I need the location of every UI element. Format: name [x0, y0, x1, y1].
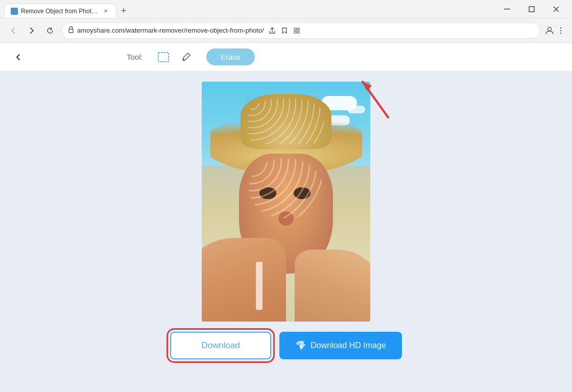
maximize-button[interactable] — [520, 1, 543, 17]
tab-favicon — [11, 8, 18, 15]
action-area: Download 💎 Download HD Image — [170, 332, 402, 359]
address-bar[interactable]: amoyshare.com/watermark-remover/remove-o… — [61, 22, 540, 39]
brush-tool[interactable] — [178, 49, 194, 65]
new-tab-button[interactable]: + — [116, 4, 131, 18]
close-button[interactable] — [544, 1, 568, 17]
toolbar-right — [544, 26, 566, 36]
browser-titlebar: Remove Object from Photo Onli... ✕ + — [0, 0, 572, 18]
hat-shadow-dapple — [249, 158, 323, 218]
app-toolbar: Tool: Erase — [0, 43, 572, 71]
bookmark-icon[interactable] — [279, 26, 290, 36]
share-icon[interactable] — [267, 26, 277, 36]
svg-rect-8 — [297, 31, 299, 33]
extension-icon[interactable] — [292, 26, 302, 36]
address-bar-actions — [267, 26, 302, 36]
app-back-button[interactable] — [10, 49, 27, 65]
shoulder-right — [295, 250, 371, 322]
tab-close-button[interactable]: ✕ — [102, 7, 110, 15]
svg-rect-4 — [69, 29, 73, 33]
svg-rect-13 — [158, 53, 169, 62]
swimsuit-strap — [256, 262, 263, 310]
minimize-button[interactable] — [495, 1, 519, 17]
address-url: amoyshare.com/watermark-remover/remove-o… — [77, 27, 264, 34]
tool-label: Tool: — [127, 53, 143, 61]
main-content: Download 💎 Download HD Image — [0, 71, 572, 392]
forward-button[interactable] — [25, 23, 39, 38]
menu-icon[interactable] — [556, 26, 566, 36]
lock-icon — [68, 26, 74, 35]
active-tab[interactable]: Remove Object from Photo Onli... ✕ — [4, 4, 116, 18]
tool-icons — [155, 49, 194, 65]
svg-rect-7 — [294, 31, 296, 33]
erase-button[interactable]: Erase — [206, 48, 255, 65]
gem-icon: 💎 — [295, 340, 306, 351]
svg-point-10 — [560, 27, 561, 28]
back-button[interactable] — [6, 23, 20, 38]
download-button[interactable]: Download — [170, 332, 271, 359]
refresh-button[interactable] — [43, 23, 57, 38]
photo-display — [202, 82, 370, 322]
download-btn-wrapper: Download — [170, 332, 271, 359]
rectangle-select-tool[interactable] — [155, 49, 172, 65]
browser-tabs: Remove Object from Photo Onli... ✕ + — [4, 0, 495, 18]
svg-point-11 — [560, 30, 561, 31]
download-hd-label: Download HD Image — [311, 341, 386, 350]
svg-rect-1 — [529, 7, 534, 12]
download-hd-button[interactable]: 💎 Download HD Image — [279, 332, 402, 359]
hat-pattern — [248, 99, 324, 144]
svg-point-9 — [548, 27, 552, 31]
shoulder-left — [202, 238, 286, 322]
profile-icon[interactable] — [544, 26, 555, 36]
svg-rect-0 — [504, 9, 510, 10]
svg-point-12 — [560, 32, 561, 33]
window-controls-right — [495, 1, 568, 17]
browser-addressbar: amoyshare.com/watermark-remover/remove-o… — [0, 18, 572, 43]
tab-title: Remove Object from Photo Onli... — [21, 8, 99, 15]
svg-rect-5 — [294, 28, 296, 30]
svg-rect-6 — [297, 28, 299, 30]
